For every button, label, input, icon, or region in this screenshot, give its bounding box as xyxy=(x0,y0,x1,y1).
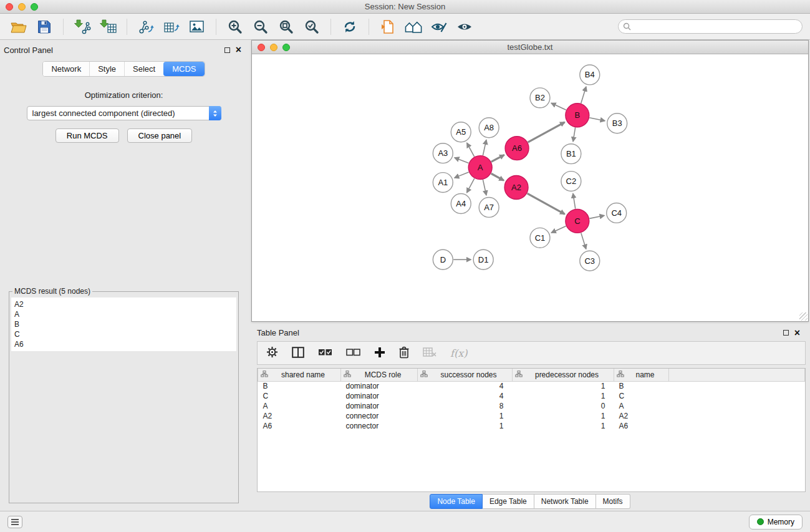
document-arrow-button[interactable] xyxy=(377,17,399,37)
close-panel-icon[interactable]: × xyxy=(236,47,241,53)
graph-edge-A-A5[interactable] xyxy=(467,143,475,157)
table-row[interactable]: Adominator80A xyxy=(258,401,805,411)
table-settings-button[interactable] xyxy=(266,346,278,360)
graph-node-A5[interactable]: A5 xyxy=(451,122,471,142)
export-table-button[interactable] xyxy=(160,17,183,37)
optimization-dropdown[interactable]: largest connected component (directed) xyxy=(27,106,221,120)
graph-node-C2[interactable]: C2 xyxy=(561,172,581,191)
column-header-successor-nodes[interactable]: successor nodes xyxy=(418,369,513,381)
graph-node-A6[interactable]: A6 xyxy=(505,137,529,160)
import-network-button[interactable] xyxy=(71,17,94,37)
mcds-result-item[interactable]: B xyxy=(14,319,233,329)
graph-node-B2[interactable]: B2 xyxy=(530,88,550,108)
graph-node-A4[interactable]: A4 xyxy=(451,193,471,213)
graph-edge-C-C1[interactable] xyxy=(551,226,566,233)
column-header-name[interactable]: name xyxy=(614,369,669,381)
close-panel-button[interactable]: Close panel xyxy=(127,128,193,143)
table-row[interactable]: A6connector11A6 xyxy=(258,421,805,431)
zoom-selected-button[interactable] xyxy=(301,17,323,37)
export-network-button[interactable] xyxy=(135,17,157,37)
graph-edge-A6-B[interactable] xyxy=(528,122,565,142)
graph-edge-A-A8[interactable] xyxy=(483,140,486,155)
show-panels-button[interactable] xyxy=(7,516,22,528)
tab-motifs[interactable]: Motifs xyxy=(596,494,630,509)
network-canvas[interactable]: B4B2BB3A8A5A6A3B1AC2A1A2A4A7C4CC1C3DD1 xyxy=(252,54,808,321)
close-table-panel-icon[interactable]: × xyxy=(794,330,800,336)
graph-edge-A-A3[interactable] xyxy=(455,158,469,163)
houses-button[interactable] xyxy=(402,17,425,37)
mcds-result-item[interactable]: A2 xyxy=(14,299,233,309)
graph-node-C[interactable]: C xyxy=(566,209,589,233)
show-columns-button[interactable] xyxy=(292,347,304,360)
memory-button[interactable]: Memory xyxy=(749,515,803,530)
import-table-button[interactable] xyxy=(97,17,119,37)
tab-style[interactable]: Style xyxy=(89,62,124,76)
graph-node-A8[interactable]: A8 xyxy=(479,118,499,138)
column-header-shared-name[interactable]: shared name xyxy=(258,369,341,381)
graph-edge-A-A2[interactable] xyxy=(491,173,504,180)
graph-edge-A-A4[interactable] xyxy=(467,178,475,193)
tab-node-table[interactable]: Node Table xyxy=(430,494,483,509)
tab-network[interactable]: Network xyxy=(43,62,89,76)
table-row[interactable]: Cdominator41C xyxy=(258,391,805,401)
tab-network-table[interactable]: Network Table xyxy=(534,494,596,509)
graph-node-C1[interactable]: C1 xyxy=(530,228,550,248)
graph-node-D[interactable]: D xyxy=(433,249,453,269)
resize-grip[interactable] xyxy=(799,312,808,321)
table-row[interactable]: Bdominator41B xyxy=(258,381,805,391)
function-builder-button[interactable]: f(x) xyxy=(450,347,467,359)
graph-node-C3[interactable]: C3 xyxy=(580,251,600,271)
network-zoom-button[interactable] xyxy=(282,44,290,51)
graph-edge-B-B3[interactable] xyxy=(589,118,605,121)
export-image-button[interactable] xyxy=(186,17,208,37)
mcds-result-item[interactable]: C xyxy=(14,329,233,339)
tab-edge-table[interactable]: Edge Table xyxy=(483,494,534,509)
save-session-button[interactable] xyxy=(33,17,55,37)
deselect-all-button[interactable] xyxy=(346,348,360,359)
select-all-button[interactable] xyxy=(318,348,332,359)
refresh-button[interactable] xyxy=(339,17,361,37)
graph-node-A2[interactable]: A2 xyxy=(504,176,528,200)
zoom-in-button[interactable] xyxy=(224,17,246,37)
graph-edge-C-C3[interactable] xyxy=(581,233,586,249)
graph-node-B1[interactable]: B1 xyxy=(561,144,581,164)
graph-edge-A-A7[interactable] xyxy=(483,180,486,195)
delete-table-button[interactable] xyxy=(423,347,436,359)
float-panel-icon[interactable] xyxy=(224,47,230,53)
graph-node-A3[interactable]: A3 xyxy=(433,143,453,163)
graph-edge-A2-C[interactable] xyxy=(528,193,565,214)
graph-node-A1[interactable]: A1 xyxy=(433,173,453,193)
graph-node-B4[interactable]: B4 xyxy=(580,65,600,85)
mcds-result-item[interactable]: A xyxy=(14,309,233,319)
zoom-out-button[interactable] xyxy=(249,17,272,37)
graph-edge-C-C2[interactable] xyxy=(573,193,576,208)
search-input[interactable] xyxy=(618,19,803,34)
mcds-result-item[interactable]: A6 xyxy=(14,339,233,349)
delete-column-button[interactable] xyxy=(399,346,409,360)
graph-node-D1[interactable]: D1 xyxy=(473,249,493,269)
minimize-window-button[interactable] xyxy=(18,3,26,11)
float-table-panel-icon[interactable] xyxy=(783,330,789,336)
network-minimize-button[interactable] xyxy=(270,44,277,51)
open-file-button[interactable] xyxy=(7,17,30,37)
graph-node-C4[interactable]: C4 xyxy=(607,203,627,223)
tab-mcds[interactable]: MCDS xyxy=(163,62,204,76)
graph-edge-C-C4[interactable] xyxy=(589,215,604,218)
graph-node-B3[interactable]: B3 xyxy=(607,114,627,133)
eye-edit-button[interactable] xyxy=(428,17,450,37)
graph-edge-B-B1[interactable] xyxy=(573,127,576,141)
graph-node-A[interactable]: A xyxy=(468,156,492,180)
graph-node-B[interactable]: B xyxy=(566,104,589,127)
graph-edge-B-B2[interactable] xyxy=(551,103,566,110)
close-window-button[interactable] xyxy=(6,3,13,11)
table-row[interactable]: A2connector11A2 xyxy=(258,411,805,421)
run-mcds-button[interactable]: Run MCDS xyxy=(55,128,119,143)
graph-node-A7[interactable]: A7 xyxy=(479,197,499,217)
column-header-mcds-role[interactable]: MCDS role xyxy=(341,369,418,381)
eye-button[interactable] xyxy=(453,17,476,37)
zoom-window-button[interactable] xyxy=(31,3,38,11)
graph-edge-B-B4[interactable] xyxy=(581,87,586,104)
network-close-button[interactable] xyxy=(258,44,265,51)
tab-select[interactable]: Select xyxy=(124,62,163,76)
column-header-predecessor-nodes[interactable]: predecessor nodes xyxy=(513,369,614,381)
